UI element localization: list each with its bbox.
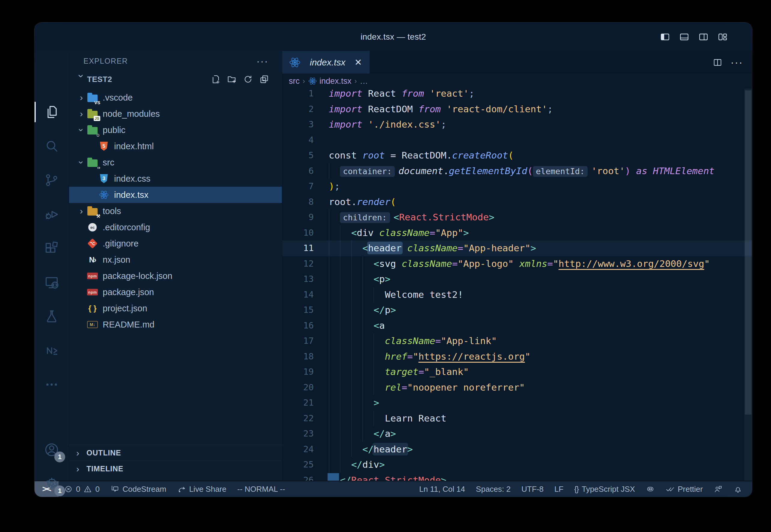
indent-guide [362,318,363,334]
status-vim-mode[interactable]: -- NORMAL -- [232,485,290,494]
status-eol[interactable]: LF [549,485,569,494]
activity-nx-console[interactable] [35,335,69,366]
react-file-icon [98,189,110,200]
breadcrumb-item[interactable]: index.tsx [308,77,352,86]
code-line[interactable]: container:document.getElementById(elemen… [329,163,752,179]
indent-guide [351,271,352,287]
code-line[interactable]: import './index.css'; [329,117,752,132]
code-line[interactable]: </p> [329,302,752,318]
status-feedback[interactable] [708,485,728,494]
split-editor-icon[interactable] [712,57,723,68]
status-live-share[interactable]: Live Share [172,485,232,494]
tree-item-project-json[interactable]: { }project.json [69,300,282,316]
tree-item-tools[interactable]: ›⚒tools [69,203,282,219]
tree-item-nx-json[interactable]: N›nx.json [69,252,282,268]
tree-item-index-css[interactable]: 3index.css [69,171,282,187]
code-line[interactable]: const root = ReactDOM.createRoot( [329,148,752,163]
activity-source-control[interactable] [35,165,69,196]
code-line[interactable]: <svg className="App-logo" xmlns="http://… [329,256,752,272]
chevron-right-icon: › [76,92,86,103]
status-encoding[interactable]: UTF-8 [516,485,549,494]
new-folder-icon[interactable] [227,74,237,84]
status-language-mode[interactable]: {}TypeScript JSX [569,485,640,494]
indent-guide [351,333,352,349]
code-line[interactable] [329,132,752,148]
tree-item-src[interactable]: ›‹›src [69,154,282,171]
code-line[interactable]: target="_blank" [329,364,752,380]
more-actions-icon[interactable]: ··· [730,61,743,64]
section-outline[interactable]: ›OUTLINE [69,445,282,461]
activity-search[interactable] [35,131,69,162]
toggle-secondary-sidebar[interactable] [698,32,709,42]
code-line[interactable]: </React.StrictMode> [329,473,752,481]
code-line[interactable]: <header className="App-header"> [329,240,752,256]
status-count: 0 [76,485,80,494]
code-line[interactable]: ); [329,179,752,194]
tree-item-package-json[interactable]: npmpackage.json [69,284,282,300]
collapse-all-icon[interactable] [259,74,269,84]
activity-remote-explorer[interactable] [35,267,69,298]
tab-index-tsx[interactable]: index.tsx ✕ [282,51,370,74]
code-line[interactable]: root.render( [329,194,752,210]
tree-item-public[interactable]: ›☺public [69,122,282,138]
customize-layout[interactable] [717,32,728,42]
code-line[interactable]: Welcome test2! [329,287,752,303]
status-indentation[interactable]: Spaces: 2 [470,485,516,494]
code-editor[interactable]: 1234567891011121314151617181920212223242… [282,89,752,481]
status-codestream[interactable]: CodeStream [105,485,172,494]
code-line[interactable]: <div className="App"> [329,225,752,241]
editor-scrollbar[interactable] [744,89,752,481]
code-line[interactable]: <p> [329,271,752,287]
activity-settings[interactable]: 1 [35,468,69,497]
breadcrumb-item[interactable]: src [289,77,300,86]
status-copilot[interactable] [640,485,660,494]
inlay-hint: container: [340,166,395,177]
breadcrumb-item[interactable]: … [360,77,368,86]
tree-item-package-lock-json[interactable]: npmpackage-lock.json [69,268,282,284]
new-file-icon[interactable] [210,74,221,84]
activity-extensions[interactable] [35,233,69,264]
status-label: Live Share [189,485,226,494]
code-line[interactable]: <a [329,318,752,334]
code-line[interactable]: </a> [329,426,752,442]
activity-testing[interactable] [35,301,69,332]
code-line[interactable]: className="App-link" [329,333,752,349]
explorer-more-actions-icon[interactable]: ··· [256,59,268,62]
code-line[interactable]: children:<React.StrictMode> [329,210,752,225]
status-prettier[interactable]: Prettier [660,485,708,494]
status-cursor-position[interactable]: Ln 11, Col 14 [414,485,470,494]
explorer-title: EXPLORER [83,57,128,65]
tree-item-node-modules[interactable]: ›JSnode_modules [69,106,282,122]
toggle-primary-sidebar[interactable] [660,32,670,42]
status-notifications[interactable] [728,485,748,494]
activity-explorer[interactable] [35,96,69,128]
chevron-down-icon: › [76,157,86,168]
activity-additional-views[interactable] [35,369,69,400]
tree-item-index-html[interactable]: 5index.html [69,138,282,154]
project-root-row[interactable]: › TEST2 [69,71,282,88]
refresh-icon[interactable] [243,74,253,84]
indent-guide [351,426,352,442]
code-line[interactable]: </div> [329,457,752,473]
code-line[interactable]: > [329,395,752,411]
tree-item--editorconfig[interactable]: ec.editorconfig [69,219,282,235]
code-line[interactable]: import React from 'react'; [329,89,752,101]
code-line[interactable]: </header> [329,442,752,457]
code-line[interactable]: Learn React [329,411,752,426]
tree-item-readme-md[interactable]: M↓README.md [69,316,282,333]
code-line[interactable]: import ReactDOM from 'react-dom/client'; [329,101,752,117]
status-label: Prettier [678,485,703,494]
toggle-panel[interactable] [679,32,690,42]
code-line[interactable]: rel="noopener noreferrer" [329,380,752,395]
code-line[interactable]: href="https://reactjs.org" [329,349,752,364]
indent-guide [340,302,340,318]
indent-guide [340,256,340,272]
tree-item-index-tsx[interactable]: index.tsx [69,187,282,203]
tree-item--vscode[interactable]: ›VS.vscode [69,89,282,106]
tree-item--gitignore[interactable]: ⌥.gitignore [69,235,282,252]
activity-run-and-debug[interactable] [35,199,69,230]
activity-accounts[interactable]: 1 [35,434,69,465]
tab-close-icon[interactable]: ✕ [354,57,362,68]
indent-guide [340,426,340,442]
section-timeline[interactable]: ›TIMELINE [69,461,282,476]
